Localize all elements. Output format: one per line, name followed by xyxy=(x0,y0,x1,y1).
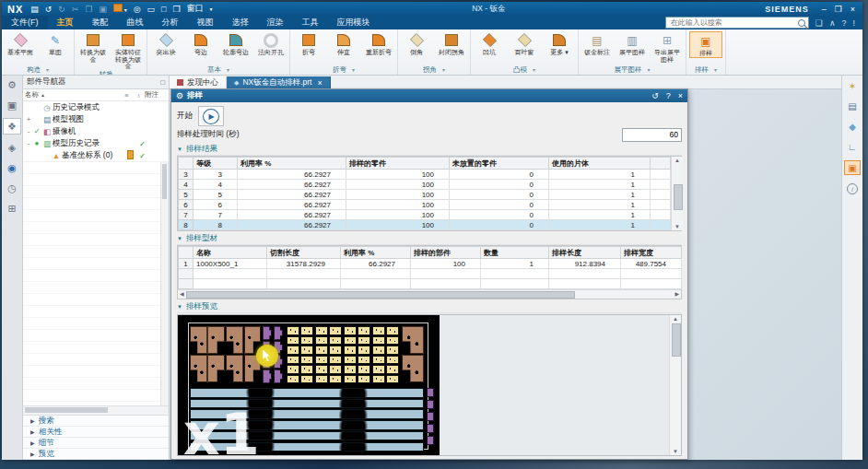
close-tab-icon[interactable]: × xyxy=(317,78,322,88)
save-icon[interactable]: ▤ xyxy=(30,5,39,14)
ribbon-group-label[interactable]: 凸模▾ xyxy=(474,64,575,75)
section-preview[interactable]: ▼ 排样预览 xyxy=(177,301,682,313)
navigator-section-细节[interactable]: ▶细节 xyxy=(23,438,169,449)
part-navigator-icon[interactable]: ❖ xyxy=(3,118,21,135)
column-header[interactable]: 利用率 % xyxy=(341,247,411,259)
ribbon-button-排样[interactable]: ▣排样 xyxy=(689,31,722,58)
table-row[interactable]: 8866.292710001 xyxy=(179,220,671,230)
column-header[interactable]: 排样的零件 xyxy=(346,158,450,170)
column-header[interactable]: 数量 xyxy=(481,247,549,259)
ribbon-button-导出展平图样[interactable]: ⊞导出展平图样 xyxy=(651,31,683,63)
navigator-section-搜索[interactable]: ▶搜索 xyxy=(23,416,169,427)
preview-scrollbar[interactable]: ▲ ▼ xyxy=(669,315,681,455)
help-icon[interactable]: ? xyxy=(841,18,846,28)
gear-icon[interactable]: ⚙ xyxy=(4,77,20,92)
cut-icon[interactable]: ✂ xyxy=(72,5,79,14)
tab-active-part[interactable]: ◆ NX钣金自动排样.prt × xyxy=(227,76,331,88)
table-row[interactable]: 4466.292710001 xyxy=(179,180,671,190)
tree-node-历史记录模式[interactable]: ◷历史记录模式 xyxy=(23,101,169,113)
ribbon-button-转换为钣金[interactable]: 转换为钣金 xyxy=(77,31,109,63)
alert-icon[interactable]: ! xyxy=(852,18,855,28)
ribbon-button-重新折弯[interactable]: 重新折弯 xyxy=(363,31,394,56)
tree-node-基准坐标系 (0)[interactable]: ▲基准坐标系 (0)✓ xyxy=(23,149,169,161)
info-icon[interactable]: i xyxy=(845,182,860,195)
tree-node-模型视图[interactable]: +▤模型视图 xyxy=(23,113,169,125)
menu-tools[interactable]: 工具 xyxy=(293,16,328,29)
window-menu[interactable]: ❒ 窗口 ▾ xyxy=(173,3,213,15)
menu-assembly[interactable]: 装配 xyxy=(83,16,118,29)
corner-tool-icon[interactable]: ∟ xyxy=(845,140,860,153)
menu-appmodules[interactable]: 应用模块 xyxy=(328,16,380,29)
dialog-reset-icon[interactable]: ↺ xyxy=(651,91,659,100)
command-search[interactable] xyxy=(665,17,809,29)
flat-pattern-view-icon[interactable]: ▤ xyxy=(845,100,860,112)
table-row[interactable] xyxy=(179,279,682,289)
undock-icon[interactable]: □ xyxy=(160,78,165,87)
undo-icon[interactable]: ↺ xyxy=(45,5,53,14)
tree-scrollbar[interactable] xyxy=(160,162,169,405)
dialog-title-bar[interactable]: ⚙ 排样 ↺ ? × xyxy=(171,89,687,102)
dialog-close-icon[interactable]: × xyxy=(678,91,683,100)
nesting-tool-icon[interactable]: ▣ xyxy=(844,160,861,175)
column-header[interactable]: 排样宽度 xyxy=(621,247,682,259)
ribbon-button-轮廓弯边[interactable]: 轮廓弯边 xyxy=(220,31,252,56)
search-input[interactable] xyxy=(669,18,798,28)
tree-hscrollbar[interactable] xyxy=(23,405,169,415)
table-row[interactable] xyxy=(179,269,682,279)
web-browser-icon[interactable]: ◉ xyxy=(4,160,20,175)
preview-canvas[interactable]: x1 xyxy=(178,315,440,455)
minimize-ribbon-icon[interactable]: ∧ xyxy=(829,18,836,28)
column-header[interactable]: 名称 xyxy=(194,247,267,259)
restore-button[interactable]: ❐ xyxy=(835,5,842,14)
column-header[interactable]: 切割长度 xyxy=(267,247,341,259)
menu-home[interactable]: 主页 xyxy=(48,16,83,29)
table-row[interactable]: 3366.292710001 xyxy=(179,170,671,180)
table-row[interactable]: 11000X500_131578.292966.29271001912.8394… xyxy=(179,259,682,269)
ribbon-group-label[interactable]: 拐角▾ xyxy=(401,64,467,75)
dialog-collapse-toggle[interactable]: ▾ xyxy=(177,456,682,459)
ribbon-button-百叶窗[interactable]: 百叶窗 xyxy=(509,31,540,56)
close-button[interactable]: × xyxy=(850,5,855,14)
column-header[interactable]: 等级 xyxy=(194,158,238,170)
recent-icon[interactable]: ▾ xyxy=(113,4,127,14)
ribbon-button-弯边[interactable]: 弯边 xyxy=(185,31,217,56)
results-scrollbar[interactable]: ▲▼ xyxy=(671,157,683,230)
tree-node-摄像机[interactable]: -✓◧摄像机 xyxy=(23,125,169,137)
menu-file[interactable]: 文件(F) xyxy=(2,16,48,29)
ribbon-button-倒角[interactable]: 倒角 xyxy=(401,31,432,56)
section-profiles[interactable]: ▼ 排样型材 xyxy=(177,233,682,245)
column-header[interactable]: 未放置的零件 xyxy=(450,158,549,170)
tab-tool-icon[interactable]: ◆ xyxy=(845,120,860,133)
navigator-section-预览[interactable]: ▶预览 xyxy=(23,449,169,460)
expander-icon[interactable]: + xyxy=(25,115,32,123)
section-results[interactable]: ▼ 排样结果 xyxy=(177,144,682,156)
column-header[interactable]: 使用的片体 xyxy=(549,158,651,170)
ribbon-button-草图[interactable]: ✎草图 xyxy=(40,31,71,56)
ribbon-group-label[interactable]: 构造▾ xyxy=(5,64,71,75)
reuse-library-icon[interactable]: ◈ xyxy=(4,140,20,155)
navigator-section-相关性[interactable]: ▶相关性 xyxy=(23,427,169,438)
ribbon-button-突出块[interactable]: 突出块 xyxy=(150,31,182,56)
tab-discovery-center[interactable]: 发现中心 xyxy=(170,76,227,88)
processing-time-input[interactable] xyxy=(622,128,682,142)
profiles-hscrollbar[interactable]: ◀▶ xyxy=(178,289,681,299)
column-header[interactable]: 利用率 % xyxy=(238,158,346,170)
redo-icon[interactable]: ↻ xyxy=(58,5,65,14)
start-button[interactable]: ▶ xyxy=(198,106,224,126)
touch-icon[interactable]: ▭ xyxy=(147,5,156,14)
ribbon-button-更多[interactable]: 更多 ▾ xyxy=(544,31,575,56)
fullscreen-icon[interactable]: ❏ xyxy=(815,18,823,28)
expander-icon[interactable]: - xyxy=(25,139,32,147)
tree-column-headers[interactable]: 名称 ▲ ≡ ♁ 附注 xyxy=(23,89,169,101)
copy-icon[interactable]: ❐ xyxy=(85,5,92,14)
history-panel-icon[interactable]: ◷ xyxy=(4,181,20,195)
expander-icon[interactable]: - xyxy=(25,127,32,135)
window-icon[interactable]: □ xyxy=(161,5,166,14)
ribbon-group-label[interactable]: 展平图样▾ xyxy=(581,64,683,75)
ribbon-button-基准平面[interactable]: 基准平面 xyxy=(5,31,36,56)
column-header[interactable]: 排样长度 xyxy=(549,247,621,259)
ribbon-group-label[interactable]: 排样▾ xyxy=(689,64,722,75)
column-header[interactable]: 排样的部件 xyxy=(411,247,481,259)
ribbon-button-伸直[interactable]: 伸直 xyxy=(328,31,359,56)
process-studio-icon[interactable]: ⊞ xyxy=(4,201,20,216)
